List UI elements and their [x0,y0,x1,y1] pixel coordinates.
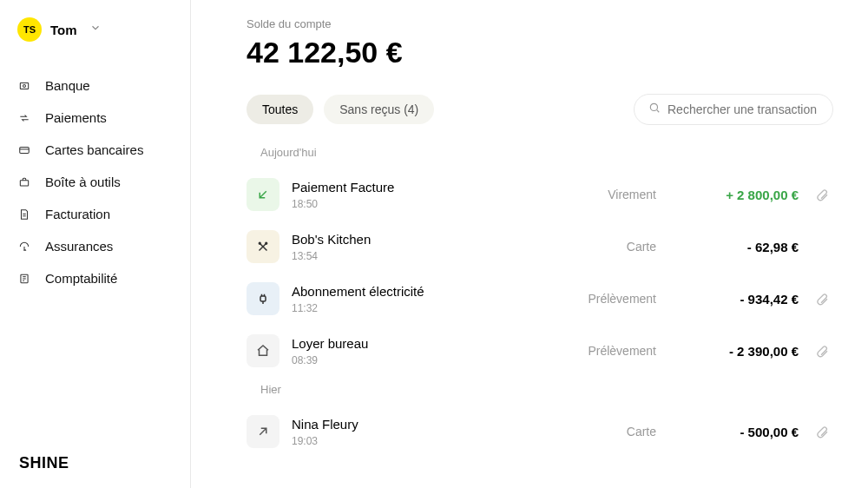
attachment-icon[interactable] [811,292,833,306]
nav-item-insurance[interactable]: Assurances [17,232,190,260]
transaction-title: Abonnement électricité [292,284,575,299]
svg-line-13 [657,110,660,113]
nav-item-accounting[interactable]: Comptabilité [17,264,190,293]
balance-label: Solde du compte [247,17,833,30]
transaction-row[interactable]: Bob's Kitchen13:54Carte- 62,98 € [247,221,833,272]
attachment-icon[interactable] [811,188,833,201]
transaction-type: Carte [627,425,656,439]
attachment-icon[interactable] [811,425,833,439]
attachment-icon[interactable] [811,344,833,358]
transaction-amount: + 2 800,00 € [703,188,799,202]
nav-item-label: Boîte à outils [45,175,121,189]
invoicing-icon [17,208,31,221]
transaction-type: Virement [608,188,656,201]
toolbox-icon [17,175,31,189]
transaction-time: 18:50 [292,198,595,210]
nav-item-payments[interactable]: Paiements [17,103,190,132]
nav-item-label: Facturation [45,207,110,221]
payments-icon [17,111,31,125]
transaction-time: 13:54 [292,250,615,262]
transaction-type: Carte [627,240,656,254]
svg-rect-4 [20,180,28,185]
filter-all[interactable]: Toutes [247,95,313,124]
nav: BanquePaiementsCartes bancairesBoîte à o… [17,71,190,293]
group-header: Hier [260,383,833,396]
arrow-in-icon [247,178,279,211]
insurance-icon [17,240,31,254]
search-input[interactable] [667,102,819,116]
svg-line-23 [260,428,266,435]
svg-line-14 [260,191,266,198]
transaction-type: Prélèvement [588,292,656,306]
svg-point-1 [23,84,26,87]
cards-icon [17,143,31,157]
balance-amount: 42 122,50 € [247,36,833,69]
transaction-time: 19:03 [292,435,615,447]
toolbar: Toutes Sans reçus (4) [247,94,833,125]
chevron-down-icon [89,22,102,37]
arrow-out-icon [247,415,279,448]
nav-item-cards[interactable]: Cartes bancaires [17,135,190,164]
nav-item-invoicing[interactable]: Facturation [17,200,190,228]
account-name: Tom [50,23,77,37]
transaction-row[interactable]: Loyer bureau08:39Prélèvement- 2 390,00 € [247,326,833,376]
svg-point-18 [266,242,267,244]
transaction-title: Paiement Facture [292,180,595,195]
house-icon [247,334,279,367]
transaction-title: Bob's Kitchen [292,232,615,247]
bank-icon [17,79,31,93]
nav-item-label: Cartes bancaires [45,142,143,157]
transaction-title: Loyer bureau [292,336,575,351]
svg-rect-0 [20,82,28,89]
transaction-amount: - 934,42 € [703,292,799,307]
transaction-amount: - 500,00 € [703,425,799,439]
transaction-row[interactable]: Abonnement électricité11:32Prélèvement- … [247,274,833,324]
avatar: TS [17,17,42,42]
transaction-list: Aujourd'huiPaiement Facture18:50Virement… [247,146,833,457]
transaction-row[interactable]: Paiement Facture18:50Virement+ 2 800,00 … [247,169,833,220]
svg-rect-19 [260,296,266,301]
transaction-row[interactable]: Nina Fleury19:03Carte- 500,00 € [247,406,833,457]
main-content: Solde du compte 42 122,50 € Toutes Sans … [191,0,868,488]
svg-point-12 [650,103,657,110]
group-header: Aujourd'hui [260,146,833,159]
svg-point-17 [259,242,260,244]
nav-item-label: Paiements [45,110,107,125]
nav-item-toolbox[interactable]: Boîte à outils [17,168,190,196]
account-switcher[interactable]: TS Tom [17,17,190,42]
nav-item-label: Assurances [45,239,113,254]
transaction-amount: - 2 390,00 € [703,344,799,359]
accounting-icon [17,272,31,286]
transaction-title: Nina Fleury [292,417,615,432]
transaction-time: 08:39 [292,354,575,366]
svg-rect-2 [20,147,30,153]
nav-item-label: Comptabilité [45,271,117,286]
search-icon [648,102,661,117]
transaction-amount: - 62,98 € [703,240,799,254]
transaction-time: 11:32 [292,302,575,314]
filter-no-receipt[interactable]: Sans reçus (4) [324,95,434,124]
sidebar: TS Tom BanquePaiementsCartes bancairesBo… [0,0,191,488]
food-icon [247,230,279,263]
nav-item-label: Banque [45,78,90,93]
plug-icon [247,282,279,315]
transaction-type: Prélèvement [588,344,656,358]
nav-item-bank[interactable]: Banque [17,71,190,100]
search-box[interactable] [634,94,833,125]
brand-logo: SHINE [19,454,69,472]
